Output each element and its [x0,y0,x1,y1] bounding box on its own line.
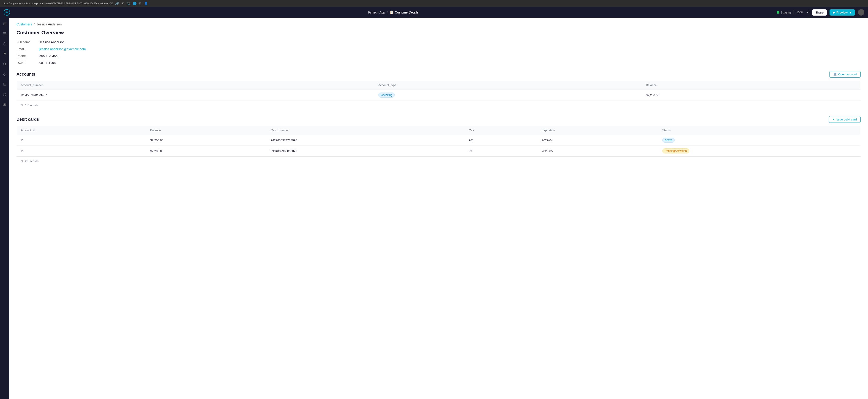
phone-row: Phone: 555-123-4568 [17,54,861,58]
browser-bar: https://app.superblocks.com/applications… [0,0,868,7]
page-name-label: 📋 CustomerDetails [390,10,418,14]
debit-cards-title: Debit cards [17,117,39,122]
open-account-label: Open account [838,72,857,76]
sidebar-icon-circle[interactable]: ◎ [2,91,7,97]
checking-badge: Checking [378,93,395,98]
accounts-table: Account_number Account_type Balance 1234… [17,81,861,100]
settings-icon: ⚙ [139,2,142,5]
user-avatar[interactable] [858,9,864,16]
dob-label: DOB: [17,61,39,65]
debit-col-status: Status [659,126,861,135]
accounts-records-footer: ↻ 1 Records [17,100,861,110]
full-name-label: Full name [17,40,39,44]
email-value[interactable]: jessica.anderson@example.com [39,47,86,51]
breadcrumb-customers-link[interactable]: Customers [17,23,32,26]
user-icon: 👤 [144,2,148,5]
staging-label: Staging [781,11,791,14]
debit-col-cvv: Cvv [465,126,538,135]
app-logo [4,9,10,16]
issue-card-plus-icon: + [833,118,835,121]
customer-details-label: CustomerDetails [395,10,418,14]
debit-col-card-number: Card_number [267,126,465,135]
accounts-table-header-row: Account_number Account_type Balance [17,81,861,90]
sidebar-icon-box[interactable]: ⊡ [2,81,7,87]
globe-icon: 🌐 [133,2,136,5]
status-dot [777,11,779,14]
debit-cards-table: Account_id Balance Card_number Cvv Expir… [17,125,861,156]
account-balance-cell: $2,200.00 [642,90,861,100]
preview-button[interactable]: ▶ Preview ▼ [830,9,855,16]
debit-cards-table-header-row: Account_id Balance Card_number Cvv Expir… [17,126,861,135]
debit-card-number-2: 5994802988852029 [267,146,465,156]
main-layout: ⊞ ☰ ⬡ ⚑ ⚙ ◇ ⊡ ◎ ◉ Customers / Jessica An… [0,18,868,399]
email-label: Email: [17,47,39,51]
debit-balance-2: $2,200.00 [147,146,267,156]
pending-activation-badge: PendingActivation [662,148,689,153]
debit-cards-header: Debit cards + Issue debit card [17,116,861,123]
fintech-app-label: Fintech App [368,10,385,14]
debit-status-1: Active [659,135,861,146]
sidebar-icon-tag[interactable]: ◇ [2,71,7,77]
debit-account-id-1: 11 [17,135,147,146]
debit-card-number-1: 7422635974718995 [267,135,465,146]
sidebar: ⊞ ☰ ⬡ ⚑ ⚙ ◇ ⊡ ◎ ◉ [0,18,9,399]
debit-expiration-2: 2029-05 [538,146,658,156]
customer-overview-title: Customer Overview [17,30,861,36]
debit-card-row-1[interactable]: 11 $2,200.00 7422635974718995 961 2029-0… [17,135,861,146]
header-right: Staging 100% Share ▶ Preview ▼ [777,9,864,16]
debit-account-id-2: 11 [17,146,147,156]
refresh-icon[interactable]: ↻ [20,103,23,108]
accounts-col-account-type: Account_type [375,81,643,90]
preview-label: Preview [836,11,848,14]
full-name-value: Jessica Anderson [39,40,65,44]
issue-debit-card-button[interactable]: + Issue debit card [829,116,861,123]
debit-col-expiration: Expiration [538,126,658,135]
sidebar-icon-nodes[interactable]: ⬡ [2,41,7,47]
app-header: Fintech App / 📋 CustomerDetails Staging … [0,7,868,18]
browser-icons: 🔗 ✉ 📷 🌐 ⚙ 👤 [115,2,148,5]
account-number-cell: 1234567890123457 [17,90,375,100]
share-button[interactable]: Share [812,9,827,16]
account-type-cell: Checking [375,90,643,100]
debit-card-row-2[interactable]: 11 $2,200.00 5994802988852029 99 2029-05… [17,146,861,156]
accounts-title: Accounts [17,72,35,77]
debit-cards-section: Debit cards + Issue debit card Account_i… [17,116,861,165]
breadcrumb-separator: / [34,23,35,26]
accounts-table-row[interactable]: 1234567890123457 Checking $2,200.00 [17,90,861,100]
sidebar-icon-query[interactable]: ◉ [2,101,7,107]
page-icon: 📋 [390,10,394,14]
accounts-header: Accounts 🏦 Open account [17,71,861,78]
debit-cvv-2: 99 [465,146,538,156]
debit-status-2: PendingActivation [659,146,861,156]
debit-balance-1: $2,200.00 [147,135,267,146]
sidebar-icon-flag[interactable]: ⚑ [2,51,7,57]
debit-col-account-id: Account_id [17,126,147,135]
open-account-icon: 🏦 [833,72,837,76]
debit-expiration-1: 2029-04 [538,135,658,146]
open-account-button[interactable]: 🏦 Open account [829,71,861,78]
accounts-section: Accounts 🏦 Open account Account_number A… [17,71,861,110]
accounts-col-account-number: Account_number [17,81,375,90]
debit-cards-records-footer: ↻ 2 Records [17,156,861,165]
preview-chevron: ▼ [849,11,852,14]
dob-row: DOB: 08-11-1994 [17,61,861,65]
status-badge: Staging [777,11,791,14]
breadcrumb: Customers / Jessica Anderson [17,23,861,26]
zoom-selector[interactable]: 100% [794,10,809,15]
content-area: Customers / Jessica Anderson Customer Ov… [9,18,868,399]
app-title-area: Fintech App / 📋 CustomerDetails [13,10,774,14]
phone-value: 555-123-4568 [39,54,59,58]
browser-url: https://app.superblocks.com/applications… [3,2,113,5]
issue-debit-card-label: Issue debit card [836,118,857,121]
mail-icon: ✉ [121,2,124,5]
dob-value: 08-11-1994 [39,61,56,65]
debit-col-balance: Balance [147,126,267,135]
sidebar-icon-gear[interactable]: ⚙ [2,61,7,67]
breadcrumb-current: Jessica Anderson [37,23,62,26]
sidebar-icon-grid[interactable]: ⊞ [2,21,7,27]
camera-icon: 📷 [126,2,130,5]
phone-label: Phone: [17,54,39,58]
full-name-row: Full name Jessica Anderson [17,40,861,44]
sidebar-icon-list[interactable]: ☰ [2,31,7,37]
debit-refresh-icon[interactable]: ↻ [20,159,23,163]
